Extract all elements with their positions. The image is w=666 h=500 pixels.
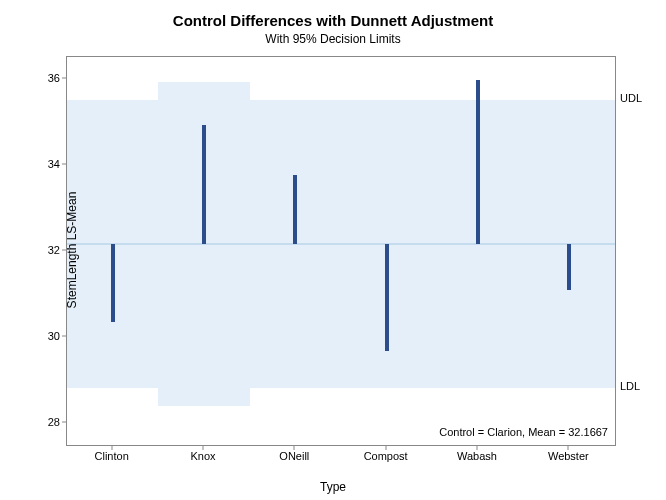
y-tick-label: 34 [38, 158, 60, 170]
y-tick-label: 30 [38, 330, 60, 342]
chart-container: Control Differences with Dunnett Adjustm… [0, 0, 666, 500]
data-bar [476, 80, 480, 244]
x-tick-mark [385, 446, 386, 450]
y-tick-mark [62, 77, 66, 78]
x-tick-label: ONeill [279, 450, 309, 462]
x-axis-label: Type [320, 480, 346, 494]
data-bar [111, 244, 115, 322]
data-bar [293, 175, 297, 244]
chart-title: Control Differences with Dunnett Adjustm… [0, 0, 666, 29]
x-tick-mark [203, 446, 204, 450]
x-tick-label: Knox [190, 450, 215, 462]
udl-label: UDL [620, 92, 642, 104]
x-tick-mark [111, 446, 112, 450]
x-tick-label: Clinton [95, 450, 129, 462]
x-tick-label: Webster [548, 450, 589, 462]
x-tick-label: Wabash [457, 450, 497, 462]
x-tick-mark [294, 446, 295, 450]
y-tick-mark [62, 250, 66, 251]
x-tick-mark [568, 446, 569, 450]
reference-line [67, 243, 615, 245]
data-bar [202, 125, 206, 244]
y-tick-mark [62, 422, 66, 423]
chart-caption: Control = Clarion, Mean = 32.1667 [439, 426, 608, 438]
y-tick-label: 28 [38, 416, 60, 428]
y-axis-label: StemLength LS-Mean [65, 192, 79, 309]
data-bar [385, 244, 389, 352]
plot-area [66, 56, 616, 446]
data-bar [567, 244, 571, 290]
ldl-label: LDL [620, 380, 640, 392]
y-tick-label: 36 [38, 72, 60, 84]
y-tick-mark [62, 163, 66, 164]
x-tick-mark [477, 446, 478, 450]
y-tick-label: 32 [38, 244, 60, 256]
y-tick-mark [62, 336, 66, 337]
chart-subtitle: With 95% Decision Limits [0, 29, 666, 46]
x-tick-label: Compost [364, 450, 408, 462]
